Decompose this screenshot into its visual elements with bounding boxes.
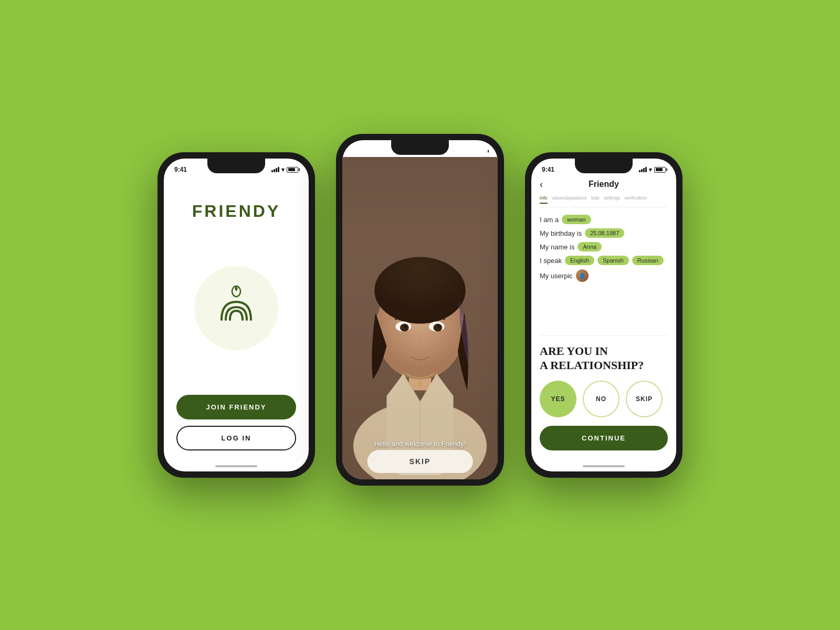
userpic-line: My userpic 👤 xyxy=(540,269,668,282)
birthday-line: My birthday is 25.08.1987 xyxy=(540,228,668,238)
time-2: 9:41 xyxy=(353,148,365,155)
phone-2: 9:41 ▾ xyxy=(336,134,504,486)
home-indicator-3 xyxy=(583,465,625,467)
app-title: FRIENDY xyxy=(192,202,280,221)
name-tag[interactable]: Anna xyxy=(578,242,602,251)
home-indicator-1 xyxy=(215,465,257,467)
phone1-buttons: JOIN FRIENDY LOG IN xyxy=(176,395,296,450)
phone-1: 9:41 ▾ FRIENDY xyxy=(158,152,315,478)
phone-3: 9:41 ▾ ‹ Friendy info values&passions xyxy=(525,152,682,478)
name-prefix: My name is xyxy=(540,243,574,251)
app-logo xyxy=(210,282,262,334)
birthday-prefix: My birthday is xyxy=(540,229,582,237)
battery-icon-1 xyxy=(287,167,298,173)
notch-3 xyxy=(575,159,633,173)
continue-button[interactable]: CONTINUE xyxy=(540,426,668,450)
skip-button-video[interactable]: SKIP xyxy=(368,450,473,473)
tab-info[interactable]: info xyxy=(540,195,548,204)
relationship-buttons: YES NO SKIP xyxy=(540,381,668,417)
phone3-content: ‹ Friendy info values&passions kids sett… xyxy=(531,175,676,471)
svg-point-11 xyxy=(437,325,440,328)
no-button[interactable]: NO xyxy=(583,381,620,417)
battery-icon-2 xyxy=(476,149,487,154)
svg-point-5 xyxy=(374,257,466,324)
tab-kids[interactable]: kids xyxy=(591,195,600,204)
video-caption: Hello and welcome to Friendy! xyxy=(374,440,466,448)
wifi-icon-3: ▾ xyxy=(649,166,652,173)
gender-line: I am a woman xyxy=(540,215,668,224)
logo-circle xyxy=(194,266,278,350)
speak-russian-tag[interactable]: Russian xyxy=(632,256,664,265)
login-button[interactable]: LOG IN xyxy=(176,426,296,450)
status-icons-1: ▾ xyxy=(271,166,298,173)
join-button[interactable]: JOIN FRIENDY xyxy=(176,395,296,419)
signal-icon-3 xyxy=(639,167,647,172)
wifi-icon-1: ▾ xyxy=(281,166,285,173)
notch-2 xyxy=(391,140,449,155)
signal-icon-1 xyxy=(271,167,279,172)
speak-line: I speak English Spanish Russian xyxy=(540,256,668,265)
userpic-prefix: My userpic xyxy=(540,272,573,280)
tab-values[interactable]: values&passions xyxy=(552,195,587,204)
profile-title: Friendy xyxy=(589,180,619,189)
profile-header: ‹ Friendy xyxy=(540,175,668,195)
tab-settings[interactable]: settings xyxy=(604,195,620,204)
tab-verification[interactable]: verification xyxy=(624,195,647,204)
userpic-avatar[interactable]: 👤 xyxy=(576,269,589,282)
wifi-icon-2: ▾ xyxy=(470,148,474,155)
phone2-video-area: Hello and welcome to Friendy! SKIP xyxy=(342,157,498,479)
gender-tag[interactable]: woman xyxy=(562,215,591,224)
speak-english-tag[interactable]: English xyxy=(565,256,594,265)
person-illustration xyxy=(342,157,498,479)
speak-spanish-tag[interactable]: Spanish xyxy=(597,256,629,265)
gender-prefix: I am a xyxy=(540,216,559,224)
time-1: 9:41 xyxy=(174,166,187,173)
speak-prefix: I speak xyxy=(540,257,562,265)
time-3: 9:41 xyxy=(542,166,554,173)
relationship-question: ARE YOU INA RELATIONSHIP? xyxy=(540,344,668,372)
status-icons-3: ▾ xyxy=(639,166,666,173)
back-button[interactable]: ‹ xyxy=(540,179,543,190)
svg-point-10 xyxy=(404,325,407,328)
signal-icon-2 xyxy=(460,149,468,154)
birthday-tag[interactable]: 25.08.1987 xyxy=(585,228,624,238)
home-indicator-2 xyxy=(399,473,441,475)
status-icons-2: ▾ xyxy=(460,148,487,155)
info-section: I am a woman My birthday is 25.08.1987 M… xyxy=(540,213,668,332)
skip-button-rel[interactable]: SKIP xyxy=(626,381,663,417)
name-line: My name is Anna xyxy=(540,242,668,251)
phone1-content: FRIENDY JOIN FRIENDY LOG IN xyxy=(164,175,309,471)
svg-point-12 xyxy=(417,381,423,387)
yes-button[interactable]: YES xyxy=(540,381,576,417)
section-divider xyxy=(540,335,668,336)
battery-icon-3 xyxy=(654,167,666,173)
notch-1 xyxy=(207,159,265,173)
profile-tabs: info values&passions kids settings verif… xyxy=(540,195,668,207)
